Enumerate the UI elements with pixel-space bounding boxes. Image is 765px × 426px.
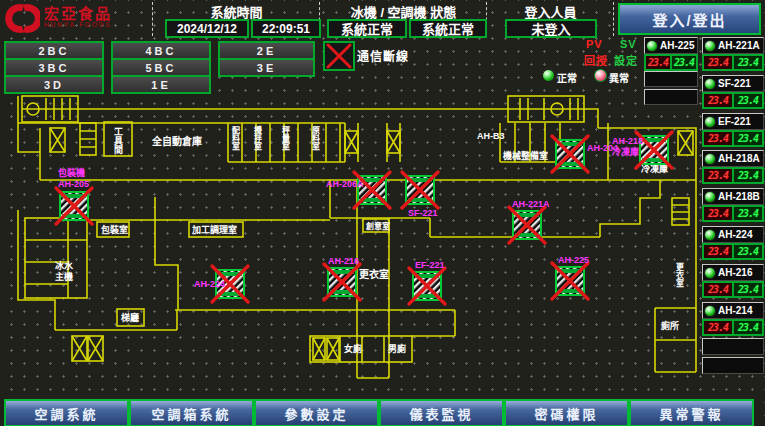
- system-date-value: 2024/12/12: [165, 19, 249, 38]
- nav-button-2[interactable]: 空調箱系統: [129, 399, 254, 426]
- nav-button-3[interactable]: 參數設定: [254, 399, 379, 426]
- unit-row-ef-221[interactable]: EF-221: [702, 113, 764, 130]
- nav-button-6[interactable]: 異常警報: [629, 399, 754, 426]
- unit-temp-display-ah-225: 23.423.4: [644, 54, 698, 71]
- divider: [152, 2, 153, 36]
- marker-label: EF-221: [415, 260, 445, 270]
- unit-status-led: [704, 229, 716, 241]
- unit-row-ah-221a[interactable]: AH-221A: [702, 37, 764, 54]
- marker-label: AH-206A: [326, 179, 364, 189]
- unit-empty-slot: [644, 71, 698, 87]
- marker-label: AH-224: [194, 279, 225, 289]
- unit-temp-display-ah-216: 23.423.4: [702, 281, 764, 298]
- unit-name: AH-214: [718, 305, 752, 316]
- unit-status-led: [704, 191, 716, 203]
- unit-pv-value: 23.4: [704, 207, 734, 220]
- unit-temp-display-ah-218b: 23.423.4: [702, 205, 764, 222]
- room-label: 廁所: [661, 320, 679, 331]
- unit-status-led: [704, 305, 716, 317]
- marker-label: AH-205: [58, 179, 89, 189]
- unit-name: EF-221: [718, 116, 751, 127]
- unit-temp-display-ah-221a: 23.423.4: [702, 54, 764, 71]
- sv-legend: SV: [620, 38, 637, 50]
- room-label: 創意室: [365, 221, 390, 231]
- unit-sv-value: 23.4: [734, 56, 762, 69]
- unit-status-led: [704, 40, 716, 52]
- nav-button-5[interactable]: 密碼權限: [504, 399, 629, 426]
- abnormal-led-icon: [594, 69, 607, 82]
- unit-sv-value: 23.4: [734, 245, 762, 258]
- unit-row-ah-216[interactable]: AH-216: [702, 264, 764, 281]
- brand-name-en: HUNYA FOODS: [44, 21, 112, 28]
- room-label: 更衣室: [359, 268, 389, 280]
- room-label: 女廁: [344, 343, 362, 354]
- room-label: 全自動倉庫: [151, 135, 202, 147]
- unit-status-led: [704, 78, 716, 90]
- unit-sv-value: 23.4: [734, 169, 762, 182]
- ahu-marker-offline[interactable]: AH-225: [552, 255, 589, 299]
- unit-name: SF-221: [718, 78, 751, 89]
- comm-loss-icon: [323, 41, 355, 71]
- brand-name: 宏亞食品 HUNYA FOODS: [44, 6, 112, 28]
- hmi-screen: 宏亞食品 HUNYA FOODS 系統時間 2024/12/12 22:09:5…: [0, 0, 765, 426]
- unit-temp-display-ah-214: 23.423.4: [702, 319, 764, 336]
- marker-label: 包裝機: [57, 167, 85, 178]
- login-logout-button[interactable]: 登入/登出: [618, 3, 761, 35]
- marker-label: SF-221: [408, 208, 438, 218]
- unit-row-ah-218a[interactable]: AH-218A: [702, 150, 764, 167]
- ahu-marker-offline[interactable]: AH-218冷凍庫: [612, 132, 672, 168]
- unit-row-ah-214[interactable]: AH-214: [702, 302, 764, 319]
- unit-row-ah-224[interactable]: AH-224: [702, 226, 764, 243]
- ahu-marker-offline[interactable]: SF-221: [402, 172, 438, 218]
- brand-name-cn: 宏亞食品: [44, 6, 112, 21]
- normal-led-icon: [542, 69, 555, 82]
- ahu-marker-offline[interactable]: EF-221: [409, 260, 445, 304]
- unit-sv-value: 23.4: [734, 321, 762, 334]
- room-label: 主機: [55, 271, 73, 282]
- unit-empty-slot: [644, 89, 698, 105]
- ahu-marker-offline[interactable]: AH-216: [324, 256, 360, 300]
- divider: [613, 2, 614, 36]
- unit-sv-value: 23.4: [734, 94, 762, 107]
- unit-row-sf-221[interactable]: SF-221: [702, 75, 764, 92]
- room-label: 男廁: [388, 343, 406, 354]
- setpoint-legend: 設定: [614, 52, 638, 68]
- unit-empty-slot: [702, 357, 764, 374]
- unit-row-ah-218b[interactable]: AH-218B: [702, 188, 764, 205]
- abnormal-legend: 異常: [609, 70, 629, 85]
- room-label: 機械整備室: [503, 150, 548, 161]
- room-label: 原料室: [311, 126, 320, 151]
- marker-label: 冷凍庫: [612, 146, 639, 157]
- chiller-status-value: 系統正常: [327, 19, 407, 38]
- unit-sv-value: 23.4: [734, 132, 762, 145]
- unit-pv-value: 23.4: [646, 56, 672, 69]
- unit-sv-value: 23.4: [672, 56, 696, 69]
- ahu-marker-offline[interactable]: 包裝機AH-205: [56, 167, 92, 224]
- unit-status-led: [704, 116, 716, 128]
- ac-status-value: 系統正常: [409, 19, 487, 38]
- unit-sv-value: 23.4: [734, 283, 762, 296]
- nav-button-1[interactable]: 空調系統: [4, 399, 129, 426]
- room-label: 配料室: [231, 126, 240, 151]
- normal-legend: 正常: [557, 70, 577, 85]
- unit-status-led: [704, 267, 716, 279]
- ahu-marker-offline[interactable]: AH-224: [194, 266, 248, 302]
- unit-sv-value: 23.4: [734, 207, 762, 220]
- room-label: AH-B3: [477, 131, 505, 141]
- room-label: 更衣室: [675, 262, 684, 288]
- feedback-legend: 回授: [584, 52, 608, 68]
- room-label: 加工調理室: [191, 224, 237, 235]
- room-label: 工具間: [113, 127, 124, 155]
- nav-button-4[interactable]: 儀表監視: [379, 399, 504, 426]
- room-label: 梯廳: [121, 312, 139, 323]
- login-user-value: 未登入: [505, 19, 597, 38]
- unit-name: AH-225: [660, 40, 694, 51]
- unit-temp-display-ef-221: 23.423.4: [702, 130, 764, 147]
- floor-button-3e[interactable]: 3E: [218, 58, 315, 77]
- marker-label: AH-221A: [512, 199, 550, 209]
- unit-name: AH-218B: [718, 191, 760, 202]
- room-label: 包裝室: [100, 224, 128, 235]
- unit-row-ah-225[interactable]: AH-225: [644, 37, 698, 54]
- ahu-marker-offline[interactable]: AH-206A: [326, 172, 390, 208]
- unit-pv-value: 23.4: [704, 169, 734, 182]
